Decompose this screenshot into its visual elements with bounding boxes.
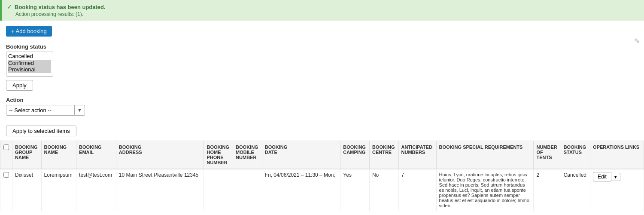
row-operations: Edit ▼ (590, 169, 644, 211)
row-anticipated-numbers: 7 (398, 169, 436, 211)
status-option-cancelled[interactable]: Cancelled (8, 53, 51, 60)
select-all-checkbox[interactable] (3, 144, 9, 150)
row-number-of-tents: 2 (534, 169, 561, 211)
row-checkbox[interactable] (3, 172, 9, 178)
row-booking-camping: Yes (340, 169, 370, 211)
booking-status-label: Booking status (6, 43, 638, 50)
row-booking-group-name: Dixisset (12, 169, 42, 211)
edit-button-wrap: Edit ▼ (593, 172, 641, 181)
bookings-table: BOOKINGGROUPNAME BOOKINGNAME BOOKINGEMAI… (0, 141, 644, 211)
check-icon: ✓ (7, 3, 12, 10)
row-booking-home-phone (204, 169, 233, 211)
col-booking-camping: BOOKINGCAMPING (340, 141, 370, 169)
status-option-confirmed[interactable]: Confirmed (8, 60, 51, 67)
action-select[interactable]: -- Select action -- (6, 105, 75, 116)
row-booking-status: Cancelled (561, 169, 590, 211)
booking-status-select[interactable]: Cancelled Confirmed Provisional (6, 52, 53, 77)
col-booking-address: BOOKINGADDRESS (116, 141, 204, 169)
col-booking-email: BOOKINGEMAIL (76, 141, 116, 169)
action-label: Action (6, 97, 638, 103)
row-booking-date: Fri, 04/06/2021 – 11:30 – Mon, (262, 169, 340, 211)
apply-to-selected-button[interactable]: Apply to selected items (6, 126, 76, 136)
table-row: Dixisset Loremipsum test@test.com 10 Mai… (0, 169, 644, 211)
add-booking-button[interactable]: + Add booking (6, 26, 52, 37)
edit-dropdown-arrow[interactable]: ▼ (611, 173, 620, 181)
col-booking-name: BOOKINGNAME (41, 141, 76, 169)
col-booking-date: BOOKINGDATE (262, 141, 340, 169)
row-special-requirements: Huius, Lyco, oratione locuples, rebus ip… (436, 169, 534, 211)
action-result: Action processing results: (1). (7, 11, 639, 17)
col-special-requirements: BOOKING SPECIAL REQUIREMENTS (436, 141, 534, 169)
row-booking-address: 10 Main Street Pleasantville 12345 (116, 169, 204, 211)
page-wrap: ✓ Booking status has been updated. Actio… (0, 0, 644, 211)
col-booking-group-name: BOOKINGGROUPNAME (12, 141, 42, 169)
action-select-wrap: -- Select action -- ▼ (6, 105, 638, 116)
col-number-of-tents: NUMBEROFTENTS (534, 141, 561, 169)
toolbar-area: + Add booking (0, 21, 644, 42)
col-booking-status: BOOKINGSTATUS (561, 141, 590, 169)
col-checkbox (0, 141, 12, 169)
table-header-row: BOOKINGGROUPNAME BOOKINGNAME BOOKINGEMAI… (0, 141, 644, 169)
col-booking-home-phone: BOOKINGHOMEPHONENUMBER (204, 141, 233, 169)
action-area: Action -- Select action -- ▼ Apply to se… (0, 95, 644, 141)
row-booking-name: Loremipsum (41, 169, 76, 211)
success-message: Booking status has been updated. (15, 4, 106, 10)
action-select-arrow-icon[interactable]: ▼ (75, 105, 85, 116)
status-option-provisional[interactable]: Provisional (8, 66, 51, 73)
table-wrap: BOOKINGGROUPNAME BOOKINGNAME BOOKINGEMAI… (0, 141, 644, 211)
success-message-line: ✓ Booking status has been updated. (7, 3, 639, 10)
success-banner: ✓ Booking status has been updated. Actio… (0, 0, 644, 21)
col-booking-centre: BOOKINGCENTRE (369, 141, 398, 169)
col-booking-mobile: BOOKINGMOBILENUMBER (233, 141, 262, 169)
row-booking-mobile (233, 169, 262, 211)
apply-status-button[interactable]: Apply (6, 80, 33, 91)
row-checkbox-cell[interactable] (0, 169, 12, 211)
edit-page-icon[interactable]: ✎ (634, 37, 640, 45)
edit-button[interactable]: Edit (593, 172, 611, 181)
col-anticipated-numbers: ANTICIPATEDNUMBERS (398, 141, 436, 169)
table-body: Dixisset Loremipsum test@test.com 10 Mai… (0, 169, 644, 211)
row-booking-email: test@test.com (76, 169, 116, 211)
col-operations-links: OPERATIONS LINKS (590, 141, 644, 169)
row-booking-centre: No (369, 169, 398, 211)
booking-status-filter: Booking status Cancelled Confirmed Provi… (0, 42, 644, 95)
